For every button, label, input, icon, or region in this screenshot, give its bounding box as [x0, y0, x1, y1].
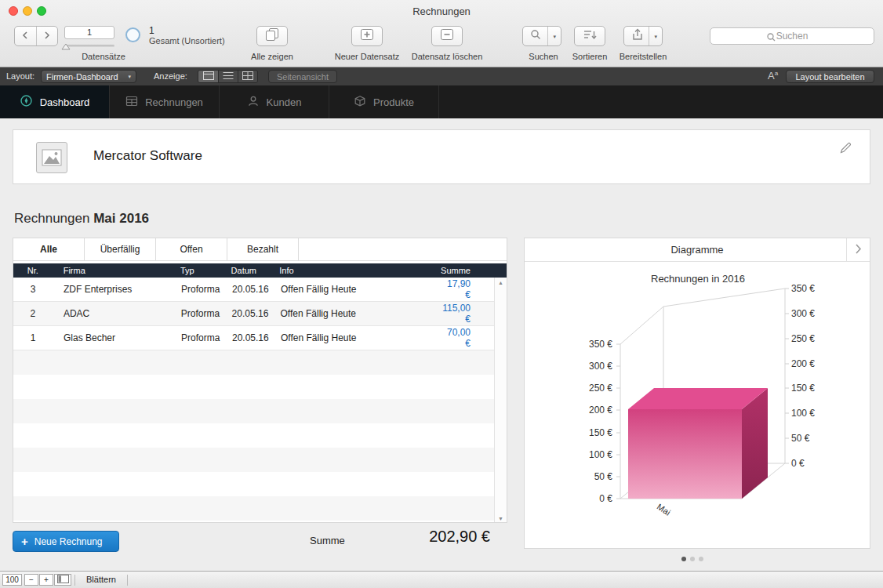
chart-panel-title: Diagramme	[525, 238, 870, 262]
separator	[127, 575, 128, 586]
zoom-out-button[interactable]: −	[24, 574, 38, 586]
cell-firma: ZDF Enterprises	[53, 284, 170, 295]
toolbar-toggle-button[interactable]	[54, 574, 71, 586]
edit-layout-button[interactable]: Layout bearbeiten	[786, 70, 874, 83]
separator	[74, 575, 75, 586]
previous-record-button[interactable]	[15, 27, 36, 45]
view-label: Anzeige:	[154, 67, 187, 85]
col-header-summe: Summe	[441, 266, 494, 275]
tab-kunden[interactable]: Kunden	[220, 85, 329, 118]
col-header-nr: Nr.	[13, 266, 53, 275]
y-tick-label: 300 €	[525, 361, 612, 372]
delete-record-button[interactable]	[431, 26, 463, 46]
search-input[interactable]	[710, 28, 874, 44]
chart-panel-header: Diagramme	[525, 238, 870, 262]
found-set-pie-icon[interactable]	[125, 27, 140, 42]
share-icon	[630, 27, 644, 45]
table-view-icon	[242, 70, 254, 83]
filter-tab-alle[interactable]: Alle	[13, 238, 85, 260]
formatting-bar-button[interactable]: Aa	[768, 70, 778, 82]
page-dot[interactable]	[681, 557, 686, 561]
new-invoice-label: Neue Rechnung	[35, 536, 103, 547]
preview-button[interactable]: Seitenansicht	[268, 70, 337, 83]
page-dot[interactable]	[690, 557, 695, 561]
layout-popup[interactable]: Firmen-Dashboard ▾	[41, 70, 136, 83]
filter-tabs: Alle Überfällig Offen Bezahlt	[13, 238, 507, 261]
filter-tab-offen[interactable]: Offen	[156, 238, 227, 260]
filter-tab-bezahlt[interactable]: Bezahlt	[227, 238, 299, 260]
share-button[interactable]	[624, 27, 649, 45]
table-view-button[interactable]	[238, 71, 257, 82]
cell-nr: 1	[13, 332, 53, 343]
chevron-down-icon: ▾	[553, 34, 556, 39]
plus-icon: +	[21, 535, 28, 547]
table-row-empty	[13, 399, 507, 423]
records-group-label: Datensätze	[72, 52, 135, 61]
window-chrome: Rechnungen 1	[0, 0, 883, 67]
edit-pencil-icon[interactable]	[839, 141, 852, 158]
tab-produkte[interactable]: Produkte	[329, 85, 439, 118]
total-count: 1	[149, 25, 154, 36]
page-dot[interactable]	[699, 557, 703, 561]
tab-label: Produkte	[373, 96, 414, 108]
plus-icon: +	[44, 575, 49, 584]
cell-datum: 20.05.16	[223, 284, 274, 295]
minus-icon: −	[29, 575, 34, 584]
sort-button[interactable]	[574, 26, 605, 46]
sort-label: Sortieren	[566, 52, 613, 61]
col-header-info: Info	[273, 266, 441, 275]
cube-icon	[354, 95, 366, 110]
zoom-level-field[interactable]	[2, 574, 22, 586]
layout-label: Layout:	[6, 67, 35, 85]
sum-value: 202,90 €	[388, 528, 490, 546]
cell-info: Offen Fällig Heute	[274, 332, 443, 343]
next-chart-button[interactable]	[846, 238, 870, 262]
vertical-scrollbar[interactable]: ▲ ▼	[494, 278, 507, 523]
invoice-grid-icon	[125, 95, 138, 110]
table-row-empty	[13, 496, 507, 521]
stacked-cards-icon	[264, 27, 280, 45]
magnifier-icon	[529, 28, 543, 45]
record-nav-control	[14, 26, 58, 46]
find-button[interactable]	[523, 27, 547, 45]
table-row[interactable]: 3 ZDF Enterprises Proforma 20.05.16 Offe…	[13, 278, 507, 302]
show-all-button[interactable]	[256, 26, 288, 46]
filter-tab-ueberfaellig[interactable]: Überfällig	[85, 238, 156, 260]
table-row-empty	[13, 448, 507, 472]
table-row[interactable]: 2 ADAC Proforma 20.05.16 Offen Fällig He…	[13, 302, 507, 326]
current-record-field[interactable]: 1	[64, 26, 114, 39]
table-row[interactable]: 1 Glas Becher Proforma 20.05.16 Offen Fä…	[13, 326, 507, 350]
sort-icon	[582, 28, 598, 45]
quick-search-field[interactable]	[710, 27, 874, 45]
record-slider-track	[66, 45, 114, 47]
col-header-typ: Typ	[169, 266, 223, 275]
col-header-datum: Datum	[223, 266, 274, 275]
find-label: Suchen	[520, 52, 567, 61]
cell-firma: ADAC	[53, 308, 170, 319]
new-invoice-button[interactable]: + Neue Rechnung	[13, 531, 119, 552]
zoom-in-button[interactable]: +	[39, 574, 53, 586]
next-record-button[interactable]	[36, 27, 58, 45]
scroll-up-icon[interactable]: ▲	[495, 280, 507, 285]
form-view-button[interactable]	[198, 71, 218, 82]
find-dropdown-button[interactable]: ▾	[547, 27, 561, 45]
cell-nr: 2	[13, 308, 53, 319]
y-tick-label: 100 €	[791, 408, 815, 419]
y-tick-label: 0 €	[791, 458, 805, 469]
share-dropdown-button[interactable]: ▾	[649, 27, 662, 45]
new-record-button[interactable]	[351, 26, 383, 46]
cell-summe: 115,00 €	[442, 303, 494, 325]
form-view-icon	[202, 70, 215, 83]
y-tick-label: 200 €	[791, 358, 815, 369]
tab-dashboard[interactable]: Dashboard	[0, 85, 110, 118]
list-view-button[interactable]	[218, 71, 238, 82]
share-label: Bereitstellen	[616, 52, 670, 61]
chevron-down-icon: ▾	[128, 74, 131, 79]
tab-rechnungen[interactable]: Rechnungen	[110, 85, 220, 118]
cell-summe: 70,00 €	[443, 327, 494, 349]
compass-icon	[20, 94, 33, 110]
filemaker-window: Rechnungen 1	[0, 0, 883, 588]
scroll-down-icon[interactable]: ▼	[495, 516, 507, 521]
mode-popup[interactable]: Blättern	[78, 572, 124, 588]
record-slider-handle[interactable]	[61, 39, 71, 53]
